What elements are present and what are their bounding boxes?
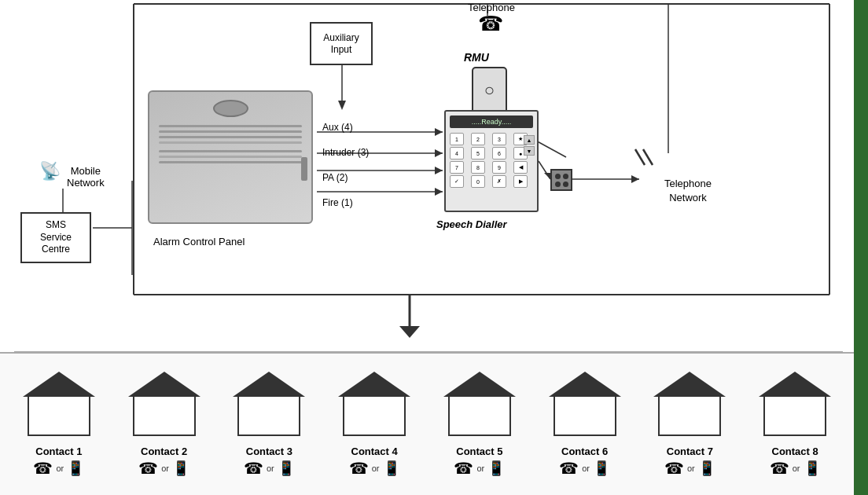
house-roof (653, 372, 726, 397)
or-text: or (161, 464, 169, 473)
keypad-key: ◀ (513, 161, 528, 174)
or-text: or (687, 464, 695, 473)
contact-label: Contact 8 (772, 446, 818, 457)
keypad-key: 3 (492, 133, 506, 145)
house-icon (129, 372, 200, 442)
svg-marker-14 (435, 149, 443, 157)
contact-phones: ☎ or 📱 (559, 459, 610, 478)
house-roof (23, 372, 95, 397)
contact-phones: ☎ or 📱 (349, 459, 400, 478)
svg-marker-20 (631, 175, 639, 183)
house-icon (550, 372, 620, 442)
keypad-key: 1 (450, 133, 464, 145)
mobile-icon: 📱 (804, 460, 821, 477)
house-roof (759, 372, 831, 397)
landline-icon: ☎ (244, 459, 263, 478)
svg-line-17 (539, 161, 550, 179)
connection-labels: Aux (4) Intruder (3) PA (2) Fire (1) (322, 122, 369, 222)
keypad-key: ✗ (492, 175, 506, 188)
mobile-icon: 📱 (67, 460, 84, 477)
contact-phones: ☎ or 📱 (664, 459, 715, 478)
house-body (133, 397, 196, 436)
contact-phones: ☎ or 📱 (33, 459, 84, 478)
landline-icon: ☎ (664, 459, 684, 478)
fire-label: Fire (1) (322, 197, 369, 208)
contact-item: Contact 3 ☎ or 📱 (222, 372, 316, 478)
contact-label: Contact 6 (561, 446, 608, 457)
contact-item: Contact 5 ☎ or 📱 (432, 372, 527, 478)
keypad-key: 2 (471, 133, 485, 145)
house-roof (338, 372, 410, 397)
or-text: or (582, 464, 590, 473)
landline-icon: ☎ (454, 459, 473, 478)
rmu-label: RMU (464, 51, 489, 64)
contact-label: Contact 1 (35, 446, 82, 457)
contact-label: Contact 2 (141, 446, 187, 457)
contact-phones: ☎ or 📱 (244, 459, 295, 478)
keypad-key: 9 (492, 161, 506, 174)
speech-dialler-label: Speech Dialler (436, 218, 507, 230)
house-roof (549, 372, 621, 397)
or-text: or (267, 464, 274, 473)
contact-item: Contact 8 ☎ or 📱 (748, 372, 842, 478)
svg-marker-18 (544, 173, 550, 179)
house-icon (760, 372, 830, 442)
aux-label: Aux (4) (322, 122, 369, 133)
connector-box (550, 169, 572, 191)
mobile-icon: 📱 (698, 460, 715, 477)
keypad-key: 7 (450, 161, 464, 174)
house-body (763, 397, 826, 436)
intruder-label: Intruder (3) (322, 147, 369, 158)
svg-line-7 (635, 149, 645, 165)
mobile-network-icon: 📡 (39, 161, 61, 182)
pa-label: PA (2) (322, 172, 369, 183)
telephone-network-label: Telephone Network (664, 177, 712, 205)
house-icon (654, 372, 725, 442)
contact-item: Contact 4 ☎ or 📱 (327, 372, 421, 478)
contact-item: Contact 2 ☎ or 📱 (117, 372, 211, 478)
mobile-network-label: Mobile Network (67, 165, 105, 189)
landline-icon: ☎ (770, 459, 789, 478)
diagram-area: Telephone ☎ Auxiliary Input RMU Alarm Co… (0, 0, 854, 495)
house-icon (339, 372, 410, 442)
auxiliary-input-box: Auxiliary Input (310, 22, 373, 65)
house-body (28, 397, 90, 436)
svg-marker-29 (399, 326, 420, 338)
house-icon (24, 372, 94, 442)
contact-phones: ☎ or 📱 (770, 459, 821, 478)
alarm-panel (148, 90, 313, 224)
house-body (448, 397, 511, 436)
right-border (854, 0, 868, 495)
svg-marker-15 (435, 167, 443, 174)
keypad-key: 5 (471, 147, 485, 160)
landline-icon: ☎ (33, 459, 53, 478)
house-body (237, 397, 300, 436)
landline-icon: ☎ (559, 459, 579, 478)
or-text: or (372, 464, 380, 473)
connection-lines (0, 0, 854, 354)
or-text: or (793, 464, 800, 473)
house-roof (443, 372, 516, 397)
or-text: or (476, 464, 484, 473)
contacts-section: Contact 1 ☎ or 📱 Contact 2 ☎ or 📱 (0, 352, 854, 495)
house-icon (444, 372, 515, 442)
svg-marker-16 (435, 188, 443, 196)
speech-dialler-device: .....Ready..... 123★456●789◀✓0✗▶ ▲ ▼ (444, 110, 539, 212)
contact-phones: ☎ or 📱 (454, 459, 505, 478)
house-body (554, 397, 616, 436)
house-roof (233, 372, 305, 397)
contact-label: Contact 7 (667, 446, 713, 457)
contact-item: Contact 7 ☎ or 📱 (642, 372, 737, 478)
mobile-icon: 📱 (593, 460, 610, 477)
house-body (658, 397, 721, 436)
keypad-key: 4 (450, 147, 464, 160)
contact-label: Contact 5 (456, 446, 502, 457)
contact-label: Contact 3 (246, 446, 292, 457)
contact-item: Contact 1 ☎ or 📱 (12, 372, 106, 478)
sms-service-centre-box: SMS Service Centre (20, 212, 91, 263)
contact-label: Contact 4 (351, 446, 398, 457)
mobile-icon: 📱 (383, 460, 400, 477)
keypad-key: ▶ (513, 175, 528, 188)
keypad-key: 0 (471, 175, 485, 188)
svg-marker-5 (338, 101, 346, 110)
